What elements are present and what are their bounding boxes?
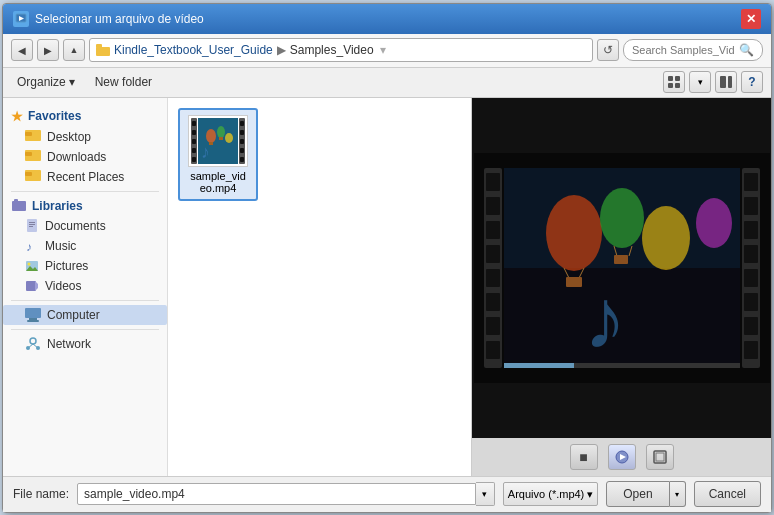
svg-text:♪: ♪	[201, 142, 210, 162]
stop-button[interactable]: ■	[570, 444, 598, 470]
libraries-label: Libraries	[32, 199, 83, 213]
svg-point-50	[217, 126, 225, 138]
back-button[interactable]: ◀	[11, 39, 33, 61]
toolbar-right: ▾ ?	[663, 71, 763, 93]
breadcrumb-sep: ▶	[277, 43, 286, 57]
favorites-label: Favorites	[28, 109, 81, 123]
grid-icon	[667, 75, 681, 89]
svg-rect-88	[504, 363, 574, 368]
preview-panel: ♪ ■	[471, 98, 771, 476]
sidebar-item-documents[interactable]: Documents	[3, 216, 167, 236]
documents-icon	[25, 219, 39, 233]
sidebar-downloads-label: Downloads	[47, 150, 106, 164]
libraries-header[interactable]: Libraries	[3, 196, 167, 216]
breadcrumb-current: Samples_Video	[290, 43, 374, 57]
dialog-icon	[13, 11, 29, 27]
play-button[interactable]	[608, 444, 636, 470]
svg-line-34	[28, 344, 33, 348]
svg-rect-67	[744, 197, 758, 215]
divider-2	[11, 300, 159, 301]
breadcrumb-root: Kindle_Textbook_User_Guide	[114, 43, 273, 57]
svg-rect-62	[486, 293, 500, 311]
view-dropdown-button[interactable]: ▾	[689, 71, 711, 93]
sidebar-item-music[interactable]: ♪ Music	[3, 236, 167, 256]
content-area: ♪ sample_video.mp4	[168, 98, 471, 476]
breadcrumb-chevron: ▾	[380, 43, 386, 57]
view-panel-button[interactable]	[715, 71, 737, 93]
svg-rect-38	[192, 130, 196, 135]
forward-button[interactable]: ▶	[37, 39, 59, 61]
file-thumbnail: ♪	[188, 115, 248, 167]
svg-rect-66	[744, 173, 758, 191]
close-button[interactable]: ✕	[741, 9, 761, 29]
sidebar-network-label: Network	[47, 337, 91, 351]
network-icon	[25, 337, 41, 351]
svg-rect-41	[192, 157, 196, 162]
address-bar: ◀ ▶ ▲ Kindle_Textbook_User_Guide ▶ Sampl…	[3, 34, 771, 68]
computer-section: Computer	[3, 305, 167, 325]
toolbar: Organize ▾ New folder ▾ ?	[3, 68, 771, 98]
sidebar-item-network[interactable]: Network	[3, 334, 167, 354]
svg-rect-28	[25, 308, 41, 318]
svg-rect-18	[27, 219, 37, 232]
search-box[interactable]: 🔍	[623, 39, 763, 61]
search-icon: 🔍	[739, 43, 754, 57]
svg-rect-44	[240, 130, 244, 135]
svg-rect-37	[192, 121, 196, 126]
svg-line-35	[33, 344, 38, 348]
sidebar-item-computer[interactable]: Computer	[3, 305, 167, 325]
open-dropdown-button[interactable]: ▾	[670, 481, 686, 507]
svg-rect-53	[219, 137, 223, 140]
svg-rect-21	[29, 226, 33, 227]
filename-input[interactable]	[77, 483, 476, 505]
help-button[interactable]: ?	[741, 71, 763, 93]
svg-rect-84	[566, 277, 582, 287]
svg-rect-63	[486, 317, 500, 335]
breadcrumb[interactable]: Kindle_Textbook_User_Guide ▶ Samples_Vid…	[89, 38, 593, 62]
svg-rect-71	[744, 293, 758, 311]
new-folder-button[interactable]: New folder	[89, 73, 158, 91]
fullscreen-button[interactable]	[646, 444, 674, 470]
refresh-button[interactable]: ↺	[597, 39, 619, 61]
svg-rect-57	[486, 173, 500, 191]
libraries-icon	[11, 199, 27, 213]
sidebar-computer-label: Computer	[47, 308, 100, 322]
sidebar-item-pictures[interactable]: Pictures	[3, 256, 167, 276]
filename-dropdown-button[interactable]: ▾	[476, 482, 495, 506]
svg-text:♪: ♪	[26, 240, 32, 253]
open-button[interactable]: Open	[606, 481, 669, 507]
up-button[interactable]: ▲	[63, 39, 85, 61]
svg-rect-60	[486, 245, 500, 263]
title-bar: Selecionar um arquivo de vídeo ✕	[3, 4, 771, 34]
file-item-sample-video[interactable]: ♪ sample_video.mp4	[178, 108, 258, 201]
organize-arrow: ▾	[69, 75, 75, 89]
svg-rect-61	[486, 269, 500, 287]
svg-rect-58	[486, 197, 500, 215]
file-dialog: Selecionar um arquivo de vídeo ✕ ◀ ▶ ▲ K…	[2, 3, 772, 513]
main-area: ★ Favorites Desktop Downloads	[3, 98, 771, 476]
view-grid-button[interactable]	[663, 71, 685, 93]
svg-rect-68	[744, 221, 758, 239]
svg-rect-45	[240, 139, 244, 144]
organize-button[interactable]: Organize ▾	[11, 73, 81, 91]
preview-image: ♪	[474, 153, 770, 383]
cancel-button[interactable]: Cancel	[694, 481, 761, 507]
svg-point-31	[30, 338, 36, 344]
breadcrumb-icon	[96, 44, 110, 56]
search-input[interactable]	[632, 44, 735, 56]
sidebar-item-videos[interactable]: Videos	[3, 276, 167, 296]
filetype-select[interactable]: Arquivo (*.mp4) ▾	[503, 482, 598, 506]
favorites-header[interactable]: ★ Favorites	[3, 106, 167, 127]
filetype-arrow: ▾	[587, 488, 593, 501]
title-bar-left: Selecionar um arquivo de vídeo	[13, 11, 204, 27]
svg-rect-30	[27, 320, 39, 322]
sidebar-item-recent[interactable]: Recent Places	[3, 167, 167, 187]
svg-rect-43	[240, 121, 244, 126]
svg-rect-6	[668, 83, 673, 88]
sidebar-item-desktop[interactable]: Desktop	[3, 127, 167, 147]
svg-rect-46	[240, 148, 244, 153]
libraries-section: Libraries Documents ♪ Music	[3, 196, 167, 296]
filename-input-container: ▾	[77, 482, 495, 506]
videos-icon	[25, 279, 39, 293]
sidebar-item-downloads[interactable]: Downloads	[3, 147, 167, 167]
